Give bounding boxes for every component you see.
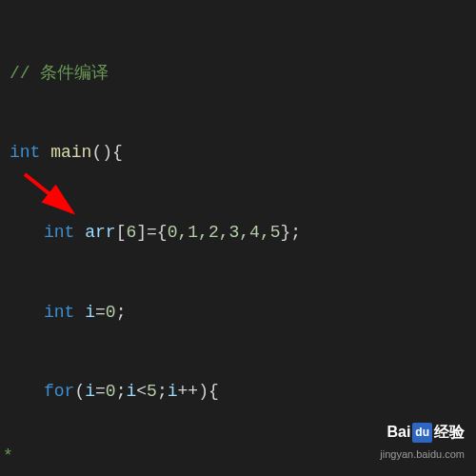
semi: ; [116,382,127,401]
number: 6 [126,223,136,242]
paren: ){ [198,382,219,401]
watermark-brand: Baidu经验 [380,421,465,445]
comment: // 条件编译 [10,64,109,83]
bracket: [ [116,223,127,242]
type-keyword: int [44,223,74,242]
brand-text: 经验 [434,421,465,445]
number: 0 [106,303,116,322]
code-editor[interactable]: // 条件编译 int main(){ int arr[6]={0,1,2,3,… [0,0,476,476]
modified-indicator: * [3,444,13,470]
paren: ( [74,382,85,401]
watermark: Baidu经验 jingyan.baidu.com [380,421,465,463]
bracket: ]= [136,223,157,242]
brand-box: du [412,423,432,443]
number: 5 [147,382,157,401]
type-keyword: int [10,143,40,162]
op: = [95,303,106,322]
watermark-url: jingyan.baidu.com [380,446,465,463]
number: 0,1,2,3,4,5 [168,223,281,242]
keyword: for [44,382,74,401]
func-name: main [50,143,91,162]
op: ++ [178,382,199,401]
variable: i [85,303,95,322]
op: < [136,382,147,401]
brace: { [157,223,168,242]
variable: i [85,382,95,401]
brace: }; [281,223,302,242]
type-keyword: int [44,303,74,322]
code-line: int i=0; [0,300,476,327]
variable: arr [85,223,115,242]
semi: ; [157,382,168,401]
op: = [95,382,106,401]
variable: i [168,382,178,401]
code-line: int arr[6]={0,1,2,3,4,5}; [0,220,476,247]
parens: () [91,143,112,162]
code-line: // 条件编译 [0,61,476,88]
brand-text: Bai [387,421,410,445]
code-line: int main(){ [0,140,476,167]
brace: { [112,143,123,162]
variable: i [126,382,136,401]
code-line: for(i=0;i<5;i++){ [0,379,476,406]
semi: ; [116,303,127,322]
number: 0 [106,382,116,401]
